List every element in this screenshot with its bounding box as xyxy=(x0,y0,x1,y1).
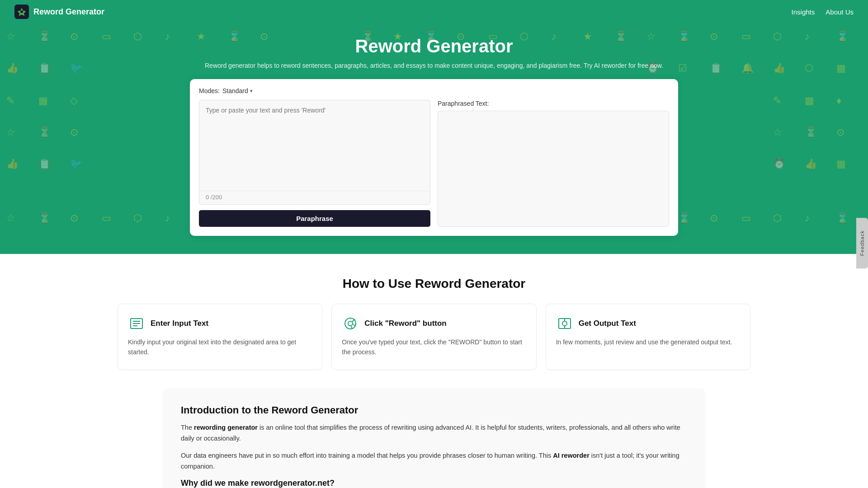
nav-insights[interactable]: Insights xyxy=(792,8,815,16)
tool-card: Modes: Standard ▾ 0 /200 Paraphrase xyxy=(190,79,678,236)
paraphrase-button[interactable]: Paraphrase xyxy=(199,210,430,227)
feedback-button[interactable]: Feedback xyxy=(856,218,868,268)
how-to-title: How to Use Reword Generator xyxy=(9,277,859,291)
panels-row: 0 /200 Paraphrase Paraphrased Text: xyxy=(199,100,669,227)
modes-row: Modes: Standard ▾ xyxy=(199,87,669,94)
bg-icon: ⏳ xyxy=(805,127,817,137)
modes-selected-value: Standard xyxy=(222,87,248,94)
modes-dropdown[interactable]: Standard ▾ xyxy=(222,87,253,94)
char-current: 0 xyxy=(206,194,209,201)
bg-icon: ♦ xyxy=(836,96,841,106)
bg-icon: ⬡ xyxy=(773,213,782,223)
how-card-2-desc: Once you've typed your text, click the "… xyxy=(342,338,526,357)
how-card-2-header: Click "Reword" button xyxy=(342,315,526,332)
bg-icon: 👍 xyxy=(805,159,817,169)
how-card-1-title: Enter Input Text xyxy=(151,319,208,328)
bg-icon: ✎ xyxy=(6,96,14,106)
bg-icon: ⏳ xyxy=(38,213,51,223)
logo-icon xyxy=(14,5,29,19)
svg-point-8 xyxy=(562,321,567,326)
bg-icon: ▦ xyxy=(38,96,48,106)
feedback-sidebar: Feedback xyxy=(856,218,868,270)
intro-p2-before: Our data engineers have put in so much e… xyxy=(181,452,553,459)
bg-icon: ⌛ xyxy=(836,213,849,223)
bg-icon: ▦ xyxy=(836,159,846,169)
bg-icon: 📋 xyxy=(38,159,51,169)
bg-icon: ▭ xyxy=(741,213,751,223)
how-card-3-title: Get Output Text xyxy=(579,319,636,328)
how-to-cards: Enter Input Text Kindly input your origi… xyxy=(118,304,750,370)
intro-p1-bold: rewording generator xyxy=(194,424,258,431)
bg-icon: ✎ xyxy=(773,96,781,106)
bg-icon: ▭ xyxy=(102,213,111,223)
how-card-3-desc: In few moments, just review and use the … xyxy=(556,338,740,347)
bg-icon: ▦ xyxy=(805,96,814,106)
how-card-2-title: Click "Reword" button xyxy=(364,319,446,328)
chevron-down-icon: ▾ xyxy=(250,88,253,94)
input-panel: 0 /200 Paraphrase xyxy=(199,100,430,227)
bg-icon: ⊙ xyxy=(710,213,718,223)
svg-point-6 xyxy=(348,321,353,326)
bg-icon: ⊙ xyxy=(70,213,78,223)
output-icon xyxy=(556,315,573,332)
bg-icon: ⏳ xyxy=(38,127,51,137)
how-card-3-header: Get Output Text xyxy=(556,315,740,332)
bg-icon: ♪ xyxy=(165,213,170,223)
intro-section: Introduction to the Reword Generator The… xyxy=(163,388,705,488)
bg-icon: ⬡ xyxy=(133,213,142,223)
bg-icon: ◇ xyxy=(70,96,78,106)
intro-paragraph-2: Our data engineers have put in so much e… xyxy=(181,450,687,472)
char-max: /200 xyxy=(211,194,222,201)
intro-p2-bold: AI reworder xyxy=(553,452,590,459)
modes-label: Modes: xyxy=(199,87,220,94)
output-panel: Paraphrased Text: xyxy=(438,100,669,227)
svg-point-0 xyxy=(20,10,23,13)
hero-section: ☆ ⏳ ⊙ ▭ ⬡ ♪ ★ ⌛ ⊙ ⏳ ★ ⌛ ⊙ ▭ ⬡ ♪ ★ ⏳ ☆ ⌛ … xyxy=(0,23,868,254)
header: Reword Generator Insights About Us xyxy=(0,0,868,23)
click-button-icon xyxy=(342,315,359,332)
output-area xyxy=(438,111,669,227)
bg-icon: ⌛ xyxy=(678,213,690,223)
how-card-3: Get Output Text In few moments, just rev… xyxy=(546,304,750,370)
text-input[interactable] xyxy=(199,100,430,191)
how-card-2: Click "Reword" button Once you've typed … xyxy=(331,304,536,370)
intro-paragraph-1: The rewording generator is an online too… xyxy=(181,422,687,444)
bg-icon: ☆ xyxy=(773,127,782,137)
bg-icon: ☆ xyxy=(6,213,15,223)
how-card-1-header: Enter Input Text xyxy=(128,315,312,332)
how-card-1-desc: Kindly input your original text into the… xyxy=(128,338,312,357)
logo: Reword Generator xyxy=(14,5,104,19)
bg-icon: 👍 xyxy=(6,159,19,169)
bg-icon: ♪ xyxy=(805,213,810,223)
how-card-1: Enter Input Text Kindly input your origi… xyxy=(118,304,322,370)
bg-icon: ⊙ xyxy=(836,127,844,137)
input-area-wrap: 0 /200 xyxy=(199,100,430,205)
bg-icon: ☆ xyxy=(6,127,15,137)
bg-icon: 🐦 xyxy=(70,159,82,169)
char-count: 0 /200 xyxy=(199,191,430,204)
intro-p1-before: The xyxy=(181,424,194,431)
output-label: Paraphrased Text: xyxy=(438,100,669,107)
how-to-section: How to Use Reword Generator Enter Input … xyxy=(0,254,868,388)
header-nav: Insights About Us xyxy=(792,8,854,16)
intro-subtitle: Why did we make rewordgenerator.net? xyxy=(181,479,687,488)
intro-title: Introduction to the Reword Generator xyxy=(181,404,687,416)
nav-about[interactable]: About Us xyxy=(826,8,854,16)
enter-text-icon xyxy=(128,315,145,332)
bg-icon: ⏰ xyxy=(773,159,785,169)
logo-text: Reword Generator xyxy=(33,7,104,17)
hero-title: Reword Generator xyxy=(9,36,859,56)
bg-icon: ⊙ xyxy=(70,127,78,137)
hero-subtitle: Reword generator helps to reword sentenc… xyxy=(9,62,859,69)
